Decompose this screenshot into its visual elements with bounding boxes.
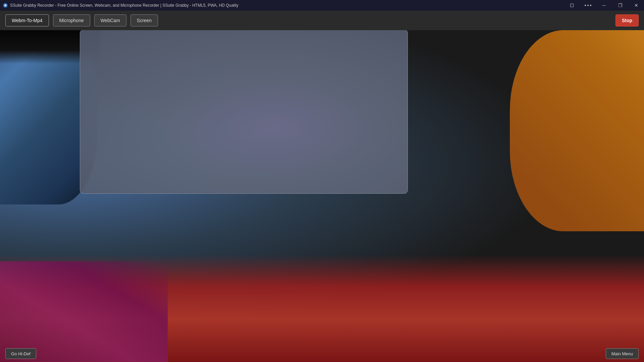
snap-icon xyxy=(570,4,574,7)
titlebar-title: SSuite Grabby Recorder - Free Online Scr… xyxy=(10,3,238,8)
leaf-orange-right xyxy=(510,30,644,231)
restore-button[interactable]: ❐ xyxy=(612,0,628,11)
window-controls: ─ ❐ ✕ xyxy=(564,0,644,11)
snap-button[interactable] xyxy=(564,0,580,11)
dots-menu-button[interactable] xyxy=(580,0,596,11)
close-icon: ✕ xyxy=(634,3,638,8)
titlebar-left: SSuite Grabby Recorder - Free Online Scr… xyxy=(0,3,238,8)
app-icon xyxy=(3,3,8,8)
restore-icon: ❐ xyxy=(618,3,623,8)
dots-menu-icon xyxy=(585,5,591,6)
webm-to-mp4-button[interactable]: Webm-To-Mp4 xyxy=(5,14,49,26)
screen-button[interactable]: Screen xyxy=(130,14,158,26)
minimize-icon: ─ xyxy=(602,3,606,8)
svg-point-1 xyxy=(4,4,6,6)
close-button[interactable]: ✕ xyxy=(629,0,644,11)
stop-button[interactable]: Stop xyxy=(615,14,639,26)
go-hi-def-button[interactable]: Go Hi-Def xyxy=(5,348,36,359)
minimize-button[interactable]: ─ xyxy=(596,0,612,11)
webcam-button[interactable]: WebCam xyxy=(94,14,126,26)
recorder-panel xyxy=(80,29,408,194)
main-menu-button[interactable]: Main Menu xyxy=(606,348,639,359)
microphone-button[interactable]: Microphone xyxy=(53,14,90,26)
bottom-bar: Go Hi-Def Main Menu xyxy=(0,345,644,362)
toolbar: Webm-To-Mp4 Microphone WebCam Screen Sto… xyxy=(0,11,644,30)
titlebar: SSuite Grabby Recorder - Free Online Scr… xyxy=(0,0,644,11)
